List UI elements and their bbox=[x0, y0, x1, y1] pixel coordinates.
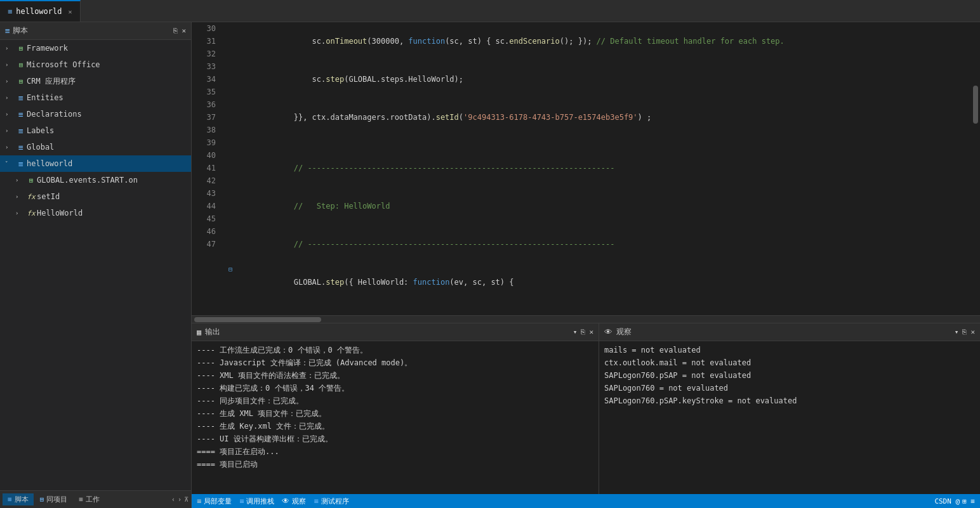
chevron-helloworld-fn: › bbox=[15, 210, 25, 216]
status-test[interactable]: ≡ 测试程序 bbox=[314, 497, 348, 506]
status-csdn[interactable]: CSDN @ ⊞ ≡ bbox=[934, 497, 975, 505]
watch-icon: 👁 bbox=[604, 327, 612, 337]
output-line-8: ---- UI 设计器构建弹出框：已完成。 bbox=[197, 433, 593, 445]
tab-script-icon: ≡ bbox=[8, 7, 12, 16]
sidebar-item-crm[interactable]: › ⊞ CRM 应用程序 bbox=[0, 73, 191, 89]
sidebar-header-icons: ⎘ ✕ bbox=[173, 27, 186, 35]
label-helloworld: helloworld bbox=[27, 159, 72, 168]
chevron-labels: › bbox=[5, 127, 15, 134]
tab-label: helloworld bbox=[16, 7, 62, 16]
bottom-panels: ▦ 输出 ▾ ⎘ ✕ ---- 工作流生成已完成：0 个错误，0 个警告。 --… bbox=[192, 323, 980, 494]
watch-dropdown-icon[interactable]: ▾ bbox=[955, 328, 959, 336]
status-locals[interactable]: ≡ 局部变量 bbox=[197, 497, 232, 506]
watch-pin-icon[interactable]: ⎘ bbox=[962, 328, 967, 336]
code-lines[interactable]: sc.onTimeout(300000, function(sc, st) { … bbox=[223, 22, 971, 315]
output-panel: ▦ 输出 ▾ ⎘ ✕ ---- 工作流生成已完成：0 个错误，0 个警告。 --… bbox=[192, 323, 599, 494]
output-line-6: ---- 生成 XML 项目文件：已完成。 bbox=[197, 407, 593, 420]
sidebar-item-framework[interactable]: › ⊞ Framework bbox=[0, 40, 191, 56]
editor-h-scrollbar[interactable] bbox=[192, 315, 980, 323]
output-icon: ▦ bbox=[197, 328, 201, 337]
sidebar-item-entities[interactable]: › ≡ Entities bbox=[0, 89, 191, 106]
chevron-crm: › bbox=[5, 78, 15, 84]
label-global: Global bbox=[27, 143, 54, 152]
code-editor[interactable]: 30 31 32 33 34 35 36 37 38 39 40 41 42 4… bbox=[192, 22, 980, 315]
label-entities: Entities bbox=[27, 93, 63, 102]
grid-icon-crm: ⊞ bbox=[15, 77, 27, 86]
output-pin-icon[interactable]: ⎘ bbox=[581, 328, 585, 336]
editor-scrollbar[interactable] bbox=[971, 22, 980, 315]
callstack-icon: ≡ bbox=[239, 497, 244, 505]
chevron-entities: › bbox=[5, 94, 15, 101]
watch-item-5: SAPLogon760.pSAP.keyStroke = not evaluat… bbox=[604, 394, 975, 407]
output-close-icon[interactable]: ✕ bbox=[589, 328, 593, 336]
sidebar-bottom-nav: ‹ › ⊼ bbox=[171, 496, 189, 503]
sidebar-pin-icon[interactable]: ⎘ bbox=[173, 27, 178, 35]
sidebar-tab-script[interactable]: ≡ 脚本 bbox=[3, 493, 34, 505]
sidebar-bottom-bar: ≡ 脚本 ⊞ 同项目 ≡ 工作 ‹ › ⊼ bbox=[0, 490, 191, 508]
output-dropdown-icon[interactable]: ▾ bbox=[573, 328, 578, 336]
sidebar-title-label: 脚本 bbox=[13, 25, 28, 36]
chevron-setid: › bbox=[15, 193, 25, 200]
main-area: ≡ 脚本 ⎘ ✕ › ⊞ Framework › ⊞ Microsoft Off… bbox=[0, 22, 980, 508]
sidebar-tab-project[interactable]: ⊞ 同项目 bbox=[35, 493, 73, 505]
tab-close-icon[interactable]: ✕ bbox=[68, 8, 72, 15]
watch-close-icon[interactable]: ✕ bbox=[970, 328, 975, 336]
sidebar-item-setid[interactable]: › fx setId bbox=[0, 188, 191, 205]
watch-item-3: SAPLogon760.pSAP = not evaluated bbox=[604, 369, 975, 382]
project-tab-icon: ⊞ bbox=[40, 495, 44, 504]
output-line-1: ---- 工作流生成已完成：0 个错误，0 个警告。 bbox=[197, 344, 593, 356]
label-crm: CRM 应用程序 bbox=[27, 76, 76, 87]
script-icon-declarations: ≡ bbox=[15, 110, 27, 119]
script-icon-entities: ≡ bbox=[15, 93, 27, 103]
output-line-2: ---- Javascript 文件编译：已完成 (Advanced mode)… bbox=[197, 356, 593, 369]
code-line-38: var rootData = sc.data; bbox=[228, 301, 958, 315]
project-tab-label: 同项目 bbox=[46, 495, 67, 504]
sidebar-script-icon: ≡ bbox=[5, 26, 10, 36]
chevron-declarations: › bbox=[5, 111, 15, 117]
status-callstack[interactable]: ≡ 调用推栈 bbox=[239, 497, 274, 506]
watch-status-icon: 👁 bbox=[282, 497, 289, 505]
code-line-34: // -------------------------------------… bbox=[228, 149, 958, 187]
sidebar-title: ≡ 脚本 bbox=[5, 25, 28, 36]
nav-expand-icon[interactable]: ⊼ bbox=[184, 496, 189, 503]
sidebar-item-global-events[interactable]: › ⊞ GLOBAL.events.START.on bbox=[0, 172, 191, 188]
sidebar-item-helloworld[interactable]: ˅ ≡ helloworld bbox=[0, 155, 191, 172]
work-tab-label: 工作 bbox=[86, 495, 100, 504]
sidebar-item-helloworld-fn[interactable]: › fx HelloWorld bbox=[0, 205, 191, 221]
output-line-5: ---- 同步项目文件：已完成。 bbox=[197, 394, 593, 407]
chevron-helloworld: ˅ bbox=[5, 160, 15, 167]
output-content: ---- 工作流生成已完成：0 个错误，0 个警告。 ---- Javascri… bbox=[192, 341, 599, 494]
tab-helloworld[interactable]: ≡ helloworld ✕ bbox=[0, 0, 81, 22]
sidebar-close-icon[interactable]: ✕ bbox=[182, 27, 186, 35]
grid-icon-microsoft-office: ⊞ bbox=[15, 61, 27, 69]
status-bar: ≡ 局部变量 ≡ 调用推栈 👁 观察 ≡ 测试程序 CSDN @ ⊞ ≡ bbox=[192, 494, 980, 508]
script-icon-labels: ≡ bbox=[15, 126, 27, 136]
output-header-icons: ▾ ⎘ ✕ bbox=[573, 328, 593, 336]
script-icon-global: ≡ bbox=[15, 143, 27, 152]
nav-prev-icon[interactable]: ‹ bbox=[171, 496, 175, 503]
tab-bar: ≡ helloworld ✕ bbox=[0, 0, 980, 22]
sidebar-item-declarations[interactable]: › ≡ Declarations bbox=[0, 106, 191, 122]
func-icon-helloworld: fx bbox=[25, 209, 37, 218]
locals-label: 局部变量 bbox=[204, 497, 232, 506]
sidebar-item-global[interactable]: › ≡ Global bbox=[0, 139, 191, 155]
code-line-31: sc.step(GLOBAL.steps.HelloWorld); bbox=[228, 60, 958, 98]
output-panel-title: ▦ 输出 bbox=[197, 327, 569, 337]
chevron-global-events: › bbox=[15, 177, 25, 183]
sidebar-tab-work[interactable]: ≡ 工作 bbox=[74, 493, 105, 505]
code-line-37: ⊟ GLOBAL.step({ HelloWorld: function(ev,… bbox=[228, 263, 958, 301]
output-line-7: ---- 生成 Key.xml 文件：已完成。 bbox=[197, 420, 593, 433]
output-line-3: ---- XML 项目文件的语法检查：已完成。 bbox=[197, 369, 593, 382]
sidebar-tree: › ⊞ Framework › ⊞ Microsoft Office › ⊞ C… bbox=[0, 40, 191, 490]
sidebar-item-microsoft-office[interactable]: › ⊞ Microsoft Office bbox=[0, 56, 191, 73]
nav-next-icon[interactable]: › bbox=[178, 496, 182, 503]
watch-item-2: ctx.outlook.mail = not evaluated bbox=[604, 356, 975, 369]
scrollbar-thumb bbox=[973, 86, 978, 124]
label-microsoft-office: Microsoft Office bbox=[27, 60, 100, 69]
right-area: 30 31 32 33 34 35 36 37 38 39 40 41 42 4… bbox=[192, 22, 980, 508]
status-watch[interactable]: 👁 观察 bbox=[282, 497, 306, 506]
output-panel-header: ▦ 输出 ▾ ⎘ ✕ bbox=[192, 323, 599, 341]
callstack-label: 调用推栈 bbox=[246, 497, 274, 506]
sidebar-item-labels[interactable]: › ≡ Labels bbox=[0, 122, 191, 139]
line-numbers: 30 31 32 33 34 35 36 37 38 39 40 41 42 4… bbox=[192, 22, 223, 315]
